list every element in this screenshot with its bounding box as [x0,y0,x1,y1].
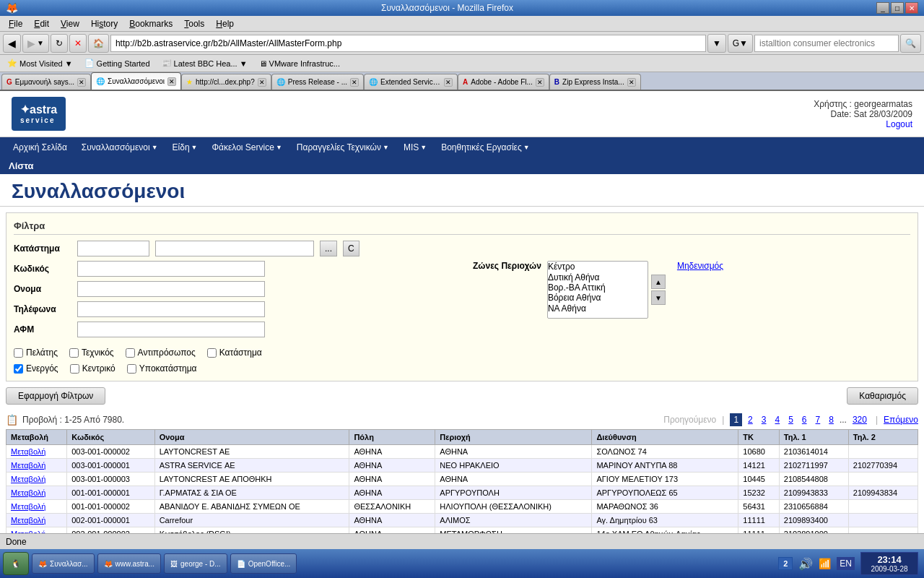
taskbar-btn-firefox1[interactable]: 🦊 Συναλλασ... [32,553,95,574]
url-go-button[interactable]: ▼ [707,34,726,53]
menu-file[interactable]: File [3,17,28,30]
page-2[interactable]: 2 [745,414,756,426]
tab-gmail[interactable]: G Εμμανουήλ says... ✕ [1,74,91,90]
zones-select[interactable]: Κέντρο Δυτική Αθήνα Βορ.-ΒΑ Αττική Βόρει… [547,261,648,319]
zones-scroll-up[interactable]: ▲ [651,275,666,289]
system-clock[interactable]: 23:14 2009-03-28 [860,552,918,575]
search-engine-button[interactable]: G▼ [728,34,753,53]
onoma-input[interactable] [77,281,265,297]
logout-link[interactable]: Logout [886,119,912,129]
menu-bookmarks[interactable]: Bookmarks [123,17,178,30]
page-8[interactable]: 8 [826,414,837,426]
taskbar-btn-firefox2[interactable]: 🦊 www.astra... [97,553,161,574]
page-5[interactable]: 5 [785,414,796,426]
nav-synalassomenoi[interactable]: Συναλλασσόμενοι ▼ [74,139,165,155]
tab-close-extended[interactable]: ✕ [444,78,453,87]
home-button[interactable]: 🏠 [88,34,109,53]
nav-archiki[interactable]: Αρχική Σελίδα [6,139,74,155]
checkbox-texnikos[interactable]: Τεχνικός [69,348,114,358]
checkbox-katastima[interactable]: Κατάστημα [207,348,262,358]
tab-close-press[interactable]: ✕ [350,78,359,87]
nav-eidi[interactable]: Είδη ▼ [165,139,205,155]
zones-scroll-down[interactable]: ▼ [651,290,666,305]
checkbox-kentrko[interactable]: Κεντρικό [70,363,116,374]
checkbox-energos[interactable]: Ενεργός [14,363,58,374]
tab-extended-service[interactable]: 🌐 Extended Service... ✕ [364,74,458,90]
checkbox-antiprosopos-input[interactable] [126,348,135,358]
minimize-button[interactable]: _ [876,2,889,14]
katastima-input-1[interactable] [77,241,149,256]
katastima-clear-button[interactable]: C [343,241,359,256]
tab-zip-express[interactable]: B Zip Express Insta... ✕ [549,74,641,90]
tab-press-release[interactable]: 🌐 Press Release - ... ✕ [271,74,364,90]
bookmark-most-visited[interactable]: ⭐ Most Visited ▼ [3,57,77,69]
kodikos-input[interactable] [77,261,265,277]
menu-help[interactable]: Help [210,17,240,30]
cell-action[interactable]: Μεταβολή [6,514,67,527]
network-icon[interactable]: 📶 [819,558,831,569]
katastima-input-2[interactable] [155,241,314,256]
checkbox-ypokatastima-input[interactable] [127,364,136,374]
cell-action[interactable]: Μεταβολή [6,486,67,500]
menu-edit[interactable]: Edit [28,17,55,30]
checkbox-katastima-input[interactable] [207,348,217,358]
tab-adobe[interactable]: A Adobe - Adobe Fl... ✕ [458,74,549,90]
page-3[interactable]: 3 [759,414,770,426]
checkbox-pelatis[interactable]: Πελάτης [14,348,58,358]
checkbox-texnikos-input[interactable] [69,348,79,358]
checkbox-energos-input[interactable] [14,364,23,374]
tab-close-zip[interactable]: ✕ [627,78,636,87]
forward-button[interactable]: ▶▼ [22,34,49,53]
tab-close-adobe[interactable]: ✕ [536,78,544,87]
menu-view[interactable]: View [55,17,85,30]
nav-mis[interactable]: MIS ▼ [396,139,434,155]
nav-fakeloi[interactable]: Φάκελοι Service ▼ [205,139,289,155]
checkbox-pelatis-input[interactable] [14,348,23,358]
cell-action[interactable]: Μεταβολή [6,527,67,533]
tab-close-cl[interactable]: ✕ [258,78,266,87]
close-button[interactable]: ✕ [905,2,918,14]
cell-action[interactable]: Μεταβολή [6,459,67,473]
cell-action[interactable]: Μεταβολή [6,500,67,514]
checkbox-ypokatastima[interactable]: Υποκατάστημα [127,363,197,374]
bookmark-bbc[interactable]: 📰 Latest BBC Hea... ▼ [157,57,252,69]
url-bar[interactable] [110,35,706,52]
katastima-browse-button[interactable]: ... [320,241,337,256]
cell-action[interactable]: Μεταβολή [6,473,67,486]
speaker-icon[interactable]: 🔊 [798,557,813,571]
page-1[interactable]: 1 [730,413,742,426]
maximize-button[interactable]: □ [891,2,904,14]
checkbox-kentrko-input[interactable] [70,364,79,374]
page-320[interactable]: 320 [850,414,870,426]
nav-paraggelies[interactable]: Παραγγελίες Τεχνικών ▼ [289,139,396,155]
search-bar[interactable] [754,35,899,52]
tab-synalassomenoi[interactable]: 🌐 Συναλλασσόμενοι ✕ [91,72,181,90]
page-4[interactable]: 4 [772,414,783,426]
apply-filters-button[interactable]: Εφαρμογή Φίλτρων [6,387,105,405]
tab-close-synalassomenoi[interactable]: ✕ [167,77,176,86]
keyboard-icon[interactable]: EN [837,557,855,570]
search-submit-button[interactable]: 🔍 [900,34,921,53]
bookmark-getting-started[interactable]: 📄 Getting Started [80,57,154,69]
tilefona-input[interactable] [77,301,265,317]
stop-button[interactable]: ✕ [69,34,87,53]
afm-input[interactable] [77,322,265,337]
back-button[interactable]: ◀ [3,34,21,53]
reload-button[interactable]: ↻ [51,34,68,53]
page-6[interactable]: 6 [799,414,810,426]
taskbar-btn-openoffice[interactable]: 📄 OpenOffice... [230,553,297,574]
menu-tools[interactable]: Tools [178,17,210,30]
next-label[interactable]: Επόμενο [884,415,918,425]
cell-action[interactable]: Μεταβολή [6,445,67,459]
page-7[interactable]: 7 [813,414,824,426]
start-button[interactable]: 🐧 [3,552,29,575]
taskbar-btn-george[interactable]: 🖼 george - D... [164,553,227,574]
checkbox-antiprosopos[interactable]: Αντιπρόσωπος [126,348,196,358]
nav-boithitikes[interactable]: Βοηθητικές Εργασίες ▼ [434,139,536,155]
tab-cl-index[interactable]: ★ http://cl...dex.php? ✕ [181,74,271,90]
tab-close-gmail[interactable]: ✕ [77,78,86,87]
menu-history[interactable]: History [85,17,123,30]
clear-filters-button[interactable]: Καθαρισμός [847,387,918,405]
bookmark-vmware[interactable]: 🖥 VMware Infrastruc... [255,58,344,69]
mideismos-link[interactable]: Μηδενισμός [677,261,723,271]
